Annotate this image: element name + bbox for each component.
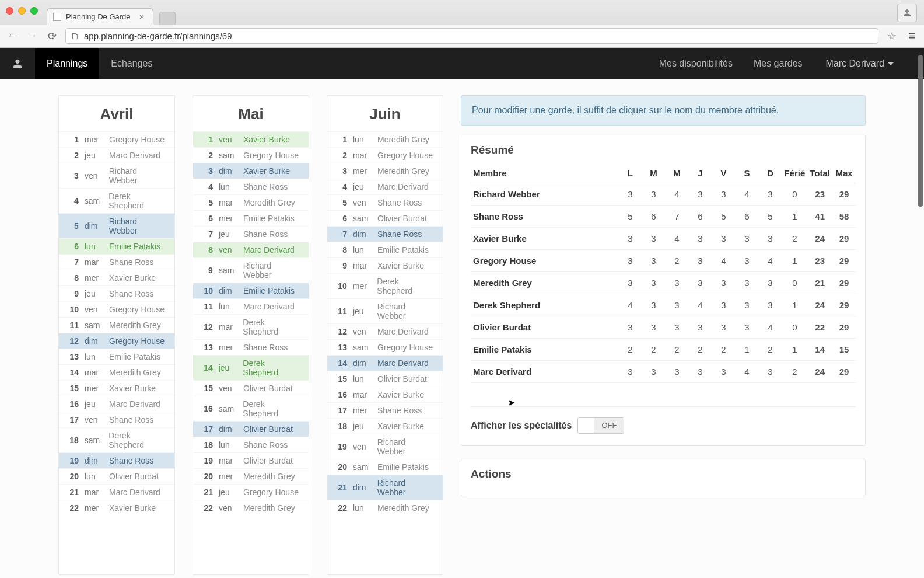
day-row[interactable]: 6lunEmilie Patakis [59, 238, 174, 254]
nav-echanges[interactable]: Echanges [99, 48, 164, 79]
day-row[interactable]: 11jeuRichard Webber [327, 298, 443, 323]
day-row[interactable]: 10merDerek Shepherd [327, 273, 443, 298]
assigned-member[interactable]: Gregory House [109, 305, 164, 314]
day-row[interactable]: 14marMeredith Grey [59, 364, 174, 380]
assigned-member[interactable]: Marc Derivard [377, 358, 429, 368]
assigned-member[interactable]: Xavier Burke [243, 135, 290, 144]
assigned-member[interactable]: Meredith Grey [109, 368, 161, 377]
assigned-member[interactable]: Gregory House [109, 336, 164, 346]
assigned-member[interactable]: Meredith Grey [377, 166, 429, 176]
assigned-member[interactable]: Shane Ross [243, 440, 288, 450]
nav-disponibilites[interactable]: Mes disponibilités [649, 58, 743, 69]
assigned-member[interactable]: Xavier Burke [109, 503, 156, 513]
day-row[interactable]: 19dimShane Ross [59, 452, 174, 468]
day-row[interactable]: 13merShane Ross [193, 339, 309, 355]
assigned-member[interactable]: Emilie Patakis [109, 352, 160, 361]
assigned-member[interactable]: Richard Webber [377, 302, 436, 321]
day-row[interactable]: 12marDerek Shepherd [193, 314, 309, 339]
day-row[interactable]: 4lunShane Ross [193, 179, 309, 194]
day-row[interactable]: 4jeuMarc Derivard [327, 179, 443, 194]
assigned-member[interactable]: Xavier Burke [377, 422, 424, 431]
day-row[interactable]: 13lunEmilie Patakis [59, 349, 174, 364]
day-row[interactable]: 2jeuMarc Derivard [59, 147, 174, 163]
day-row[interactable]: 3merMeredith Grey [327, 163, 443, 179]
nav-plannings[interactable]: Plannings [35, 48, 99, 79]
assigned-member[interactable]: Olivier Burdat [377, 374, 427, 384]
day-row[interactable]: 20lunOlivier Burdat [59, 468, 174, 484]
assigned-member[interactable]: Shane Ross [243, 343, 288, 352]
assigned-member[interactable]: Derek Shepherd [243, 399, 302, 418]
day-row[interactable]: 16samDerek Shepherd [193, 396, 309, 421]
assigned-member[interactable]: Olivier Burdat [109, 472, 159, 481]
day-row[interactable]: 14jeuDerek Shepherd [193, 355, 309, 380]
day-row[interactable]: 12dimGregory House [59, 333, 174, 349]
day-row[interactable]: 19marOlivier Burdat [193, 452, 309, 468]
assigned-member[interactable]: Meredith Grey [109, 321, 161, 330]
assigned-member[interactable]: Shane Ross [109, 415, 153, 424]
day-row[interactable]: 9marXavier Burke [327, 257, 443, 273]
day-row[interactable]: 21dimRichard Webber [327, 475, 443, 500]
day-row[interactable]: 8merXavier Burke [59, 270, 174, 285]
chrome-menu-button[interactable]: ≡ [905, 30, 918, 43]
assigned-member[interactable]: Gregory House [243, 151, 299, 160]
assigned-member[interactable]: Meredith Grey [243, 503, 295, 513]
day-row[interactable]: 8venMarc Derivard [193, 242, 309, 257]
assigned-member[interactable]: Derek Shepherd [108, 431, 167, 450]
day-row[interactable]: 2marGregory House [327, 147, 443, 163]
day-row[interactable]: 8lunEmilie Patakis [327, 242, 443, 257]
assigned-member[interactable]: Xavier Burke [109, 273, 156, 283]
day-row[interactable]: 6merEmilie Patakis [193, 210, 309, 226]
day-row[interactable]: 11lunMarc Derivard [193, 298, 309, 314]
assigned-member[interactable]: Derek Shepherd [377, 277, 436, 295]
specialites-toggle[interactable]: OFF [578, 417, 624, 434]
day-row[interactable]: 20samEmilie Patakis [327, 459, 443, 475]
brand-logo[interactable] [0, 48, 35, 79]
day-row[interactable]: 22merXavier Burke [59, 500, 174, 516]
new-tab-button[interactable] [159, 12, 176, 25]
nav-mes-gardes[interactable]: Mes gardes [743, 58, 813, 69]
day-row[interactable]: 15lunOlivier Burdat [327, 371, 443, 387]
day-row[interactable]: 20merMeredith Grey [193, 468, 309, 484]
assigned-member[interactable]: Marc Derivard [109, 399, 160, 409]
assigned-member[interactable]: Richard Webber [377, 437, 436, 456]
day-row[interactable]: 7marShane Ross [59, 254, 174, 270]
assigned-member[interactable]: Shane Ross [377, 229, 422, 239]
minimize-window-icon[interactable] [18, 7, 26, 15]
assigned-member[interactable]: Shane Ross [109, 456, 153, 465]
assigned-member[interactable]: Xavier Burke [243, 166, 290, 176]
day-row[interactable]: 7dimShane Ross [327, 226, 443, 242]
day-row[interactable]: 21jeuGregory House [193, 484, 309, 500]
assigned-member[interactable]: Meredith Grey [377, 503, 429, 513]
day-row[interactable]: 18jeuXavier Burke [327, 418, 443, 434]
day-row[interactable]: 22venMeredith Grey [193, 500, 309, 516]
assigned-member[interactable]: Gregory House [377, 343, 433, 352]
assigned-member[interactable]: Emilie Patakis [243, 286, 295, 295]
day-row[interactable]: 22lunMeredith Grey [327, 500, 443, 516]
day-row[interactable]: 15merXavier Burke [59, 380, 174, 396]
day-row[interactable]: 5dimRichard Webber [59, 213, 174, 238]
assigned-member[interactable]: Meredith Grey [243, 198, 295, 207]
assigned-member[interactable]: Richard Webber [109, 217, 167, 235]
day-row[interactable]: 7jeuShane Ross [193, 226, 309, 242]
bookmark-button[interactable]: ☆ [886, 30, 898, 43]
assigned-member[interactable]: Marc Derivard [109, 488, 160, 497]
assigned-member[interactable]: Xavier Burke [109, 384, 156, 393]
assigned-member[interactable]: Richard Webber [377, 478, 436, 497]
assigned-member[interactable]: Shane Ross [377, 406, 422, 415]
assigned-member[interactable]: Gregory House [377, 151, 433, 160]
day-row[interactable]: 18lunShane Ross [193, 437, 309, 452]
scrollbar[interactable] [918, 55, 923, 207]
day-row[interactable]: 5marMeredith Grey [193, 194, 309, 210]
day-row[interactable]: 1merGregory House [59, 131, 174, 147]
assigned-member[interactable]: Meredith Grey [243, 472, 295, 481]
assigned-member[interactable]: Derek Shepherd [108, 191, 167, 210]
day-row[interactable]: 15venOlivier Burdat [193, 380, 309, 396]
day-row[interactable]: 16marXavier Burke [327, 387, 443, 402]
day-row[interactable]: 16jeuMarc Derivard [59, 396, 174, 412]
day-row[interactable]: 12venMarc Derivard [327, 323, 443, 339]
day-row[interactable]: 3dimXavier Burke [193, 163, 309, 179]
maximize-window-icon[interactable] [30, 7, 38, 15]
assigned-member[interactable]: Derek Shepherd [243, 318, 302, 336]
assigned-member[interactable]: Olivier Burdat [243, 384, 293, 393]
back-button[interactable]: ← [6, 30, 19, 43]
